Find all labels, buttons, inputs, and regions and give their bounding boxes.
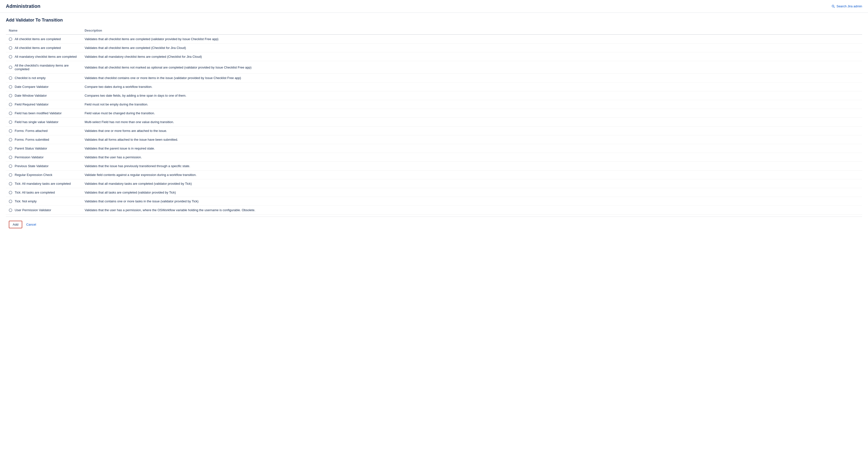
radio-button[interactable] xyxy=(9,46,12,50)
validator-description: Validate field contents against a regula… xyxy=(82,171,862,179)
cancel-button[interactable]: Cancel xyxy=(25,221,37,228)
validator-name: Field has single value Validator xyxy=(15,120,58,124)
top-bar: Administration Search Jira admin xyxy=(0,0,868,13)
validator-name: Forms: Forms attached xyxy=(15,129,48,133)
radio-button[interactable] xyxy=(9,112,12,115)
radio-button[interactable] xyxy=(9,37,12,41)
table-row[interactable]: Parent Status ValidatorValidates that th… xyxy=(6,144,862,153)
table-row[interactable]: Date Window ValidatorCompares two date f… xyxy=(6,91,862,100)
table-row[interactable]: Forms: Forms attachedValidates that one … xyxy=(6,126,862,135)
validator-description: Validates that all forms attached to the… xyxy=(82,135,862,144)
validator-description: Validates that checklist contains one or… xyxy=(82,74,862,83)
validator-description: Validates that all tasks are completed (… xyxy=(82,188,862,197)
validator-description: Compares two date fields, by adding a ti… xyxy=(82,91,862,100)
validator-name: All mandatory checklist items are comple… xyxy=(15,55,77,58)
radio-button[interactable] xyxy=(9,65,12,69)
table-row[interactable]: Previous State ValidatorValidates that t… xyxy=(6,162,862,171)
table-row[interactable]: All mandatory checklist items are comple… xyxy=(6,52,862,61)
validator-name: Previous State Validator xyxy=(15,164,49,168)
validator-description: Validates that all checklist items are c… xyxy=(82,34,862,44)
radio-button[interactable] xyxy=(9,165,12,168)
table-row[interactable]: Regular Expression CheckValidate field c… xyxy=(6,171,862,179)
validator-name: Checklist is not empty xyxy=(15,76,45,80)
validator-description: Validates that the issue has previously … xyxy=(82,162,862,171)
validator-name: Date Window Validator xyxy=(15,94,47,97)
radio-button[interactable] xyxy=(9,129,12,133)
table-row[interactable]: User Permission ValidatorValidates that … xyxy=(6,206,862,214)
validator-name: Tick: All tasks are completed xyxy=(15,191,55,194)
radio-button[interactable] xyxy=(9,138,12,141)
validator-name: Field has been modified Validator xyxy=(15,111,62,115)
search-icon xyxy=(832,5,835,8)
validator-description: Validates that one or more forms are att… xyxy=(82,126,862,135)
page-heading: Add Validator To Transition xyxy=(6,18,862,23)
validator-name: Field Required Validator xyxy=(15,103,49,106)
page-content: Add Validator To Transition Name Descrip… xyxy=(0,13,868,237)
svg-point-0 xyxy=(832,5,834,7)
table-row[interactable]: Forms: Forms submittedValidates that all… xyxy=(6,135,862,144)
validator-name: User Permission Validator xyxy=(15,208,51,212)
radio-button[interactable] xyxy=(9,85,12,89)
table-row[interactable]: All checklist items are completedValidat… xyxy=(6,34,862,44)
validator-name: All the checklist's mandatory items are … xyxy=(15,64,79,71)
validator-table: Name Description All checklist items are… xyxy=(6,27,862,214)
validator-name: Regular Expression Check xyxy=(15,173,52,177)
table-row[interactable]: Tick: Not emptyValidates that contains o… xyxy=(6,197,862,206)
radio-button[interactable] xyxy=(9,182,12,185)
add-button[interactable]: Add xyxy=(9,221,22,228)
validator-description: Validates that the parent issue is in re… xyxy=(82,144,862,153)
validator-name: Permission Validator xyxy=(15,155,43,159)
footer-actions: Add Cancel xyxy=(6,217,862,232)
validator-description: Validates that the user has a permission… xyxy=(82,153,862,162)
table-row[interactable]: Field has been modified ValidatorField v… xyxy=(6,109,862,118)
validator-description: Validates that all mandatory checklist i… xyxy=(82,52,862,61)
col-header-name: Name xyxy=(6,27,82,34)
validator-description: Compare two dates during a workflow tran… xyxy=(82,83,862,91)
validator-description: Field must not be empty during the trans… xyxy=(82,100,862,109)
svg-line-1 xyxy=(834,7,835,7)
validator-name: Tick: All mandatory tasks are completed xyxy=(15,182,71,185)
search-admin-button[interactable]: Search Jira admin xyxy=(832,4,862,8)
col-header-description: Description xyxy=(82,27,862,34)
radio-button[interactable] xyxy=(9,173,12,177)
validator-name: Parent Status Validator xyxy=(15,147,47,150)
radio-button[interactable] xyxy=(9,155,12,159)
table-row[interactable]: All checklist items are completedValidat… xyxy=(6,44,862,52)
radio-button[interactable] xyxy=(9,94,12,97)
table-row[interactable]: Tick: All tasks are completedValidates t… xyxy=(6,188,862,197)
validator-name: All checklist items are completed xyxy=(15,46,61,50)
radio-button[interactable] xyxy=(9,147,12,150)
table-row[interactable]: Field has single value ValidatorMulti-se… xyxy=(6,118,862,126)
validator-name: All checklist items are completed xyxy=(15,37,61,41)
radio-button[interactable] xyxy=(9,103,12,106)
validator-description: Validates that all checklist items not m… xyxy=(82,61,862,74)
radio-button[interactable] xyxy=(9,120,12,124)
radio-button[interactable] xyxy=(9,208,12,212)
search-admin-label: Search Jira admin xyxy=(836,4,862,8)
table-row[interactable]: Tick: All mandatory tasks are completedV… xyxy=(6,179,862,188)
validator-description: Validates that all mandatory tasks are c… xyxy=(82,179,862,188)
radio-button[interactable] xyxy=(9,55,12,58)
table-row[interactable]: Checklist is not emptyValidates that che… xyxy=(6,74,862,83)
radio-button[interactable] xyxy=(9,200,12,203)
validator-description: Validates that the user has a permission… xyxy=(82,206,862,214)
validator-description: Validates that contains one or more task… xyxy=(82,197,862,206)
validator-description: Multi-select Field has not more than one… xyxy=(82,118,862,126)
table-row[interactable]: Permission ValidatorValidates that the u… xyxy=(6,153,862,162)
radio-button[interactable] xyxy=(9,191,12,194)
app-title: Administration xyxy=(6,3,40,9)
validator-description: Field value must be changed during the t… xyxy=(82,109,862,118)
table-row[interactable]: All the checklist's mandatory items are … xyxy=(6,61,862,74)
validator-name: Tick: Not empty xyxy=(15,199,37,203)
table-row[interactable]: Field Required ValidatorField must not b… xyxy=(6,100,862,109)
table-row[interactable]: Date Compare ValidatorCompare two dates … xyxy=(6,83,862,91)
validator-description: Validates that all checklist items are c… xyxy=(82,44,862,52)
validator-name: Forms: Forms submitted xyxy=(15,138,49,141)
validator-name: Date Compare Validator xyxy=(15,85,49,89)
radio-button[interactable] xyxy=(9,76,12,80)
